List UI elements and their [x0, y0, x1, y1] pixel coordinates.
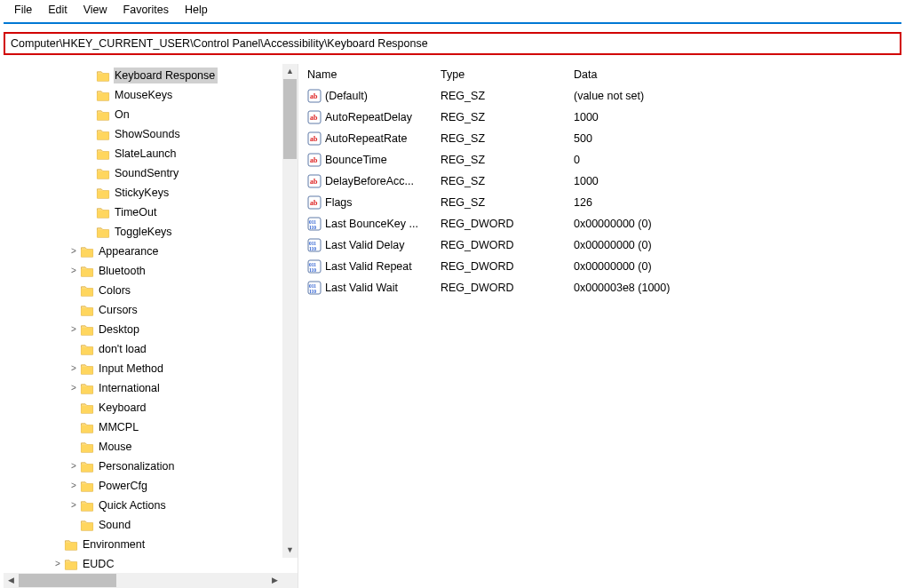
- list-header[interactable]: Name Type Data: [298, 64, 901, 85]
- expand-chevron-icon[interactable]: >: [67, 384, 80, 393]
- tree-item[interactable]: ToggleKeys: [4, 222, 298, 242]
- tree-item-label: TimeOut: [114, 204, 159, 220]
- scroll-thumb-h[interactable]: [19, 574, 116, 587]
- tree-item[interactable]: MMCPL: [4, 417, 298, 437]
- column-data-header[interactable]: Data: [574, 68, 901, 81]
- list-item[interactable]: FlagsREG_SZ126: [298, 192, 901, 213]
- tree-item[interactable]: >Desktop: [4, 320, 298, 339]
- tree-item-label: Cursors: [98, 302, 140, 318]
- tree-item-label: Appearance: [98, 243, 161, 259]
- value-type: REG_DWORD: [441, 260, 574, 273]
- tree-item[interactable]: >EUDC: [4, 554, 298, 573]
- scroll-corner: [282, 573, 298, 588]
- value-name: Flags: [325, 196, 353, 209]
- scroll-right-arrow-icon[interactable]: ▶: [267, 573, 282, 588]
- tree-item[interactable]: >Bluetooth: [4, 261, 298, 281]
- scroll-up-arrow-icon[interactable]: ▲: [282, 64, 298, 79]
- folder-icon: [96, 69, 110, 83]
- menubar: File Edit View Favorites Help: [4, 0, 901, 24]
- expand-chevron-icon[interactable]: >: [67, 481, 80, 490]
- horizontal-scrollbar[interactable]: ◀ ▶: [4, 573, 282, 588]
- value-type: REG_DWORD: [441, 282, 574, 294]
- tree-item[interactable]: SlateLaunch: [4, 144, 298, 163]
- scroll-left-arrow-icon[interactable]: ◀: [4, 573, 19, 588]
- binary-value-icon: [307, 259, 322, 274]
- tree-item[interactable]: TimeOut: [4, 203, 298, 222]
- tree-item[interactable]: >International: [4, 378, 298, 398]
- list-item[interactable]: (Default)REG_SZ(value not set): [298, 85, 901, 107]
- list-item[interactable]: Last Valid WaitREG_DWORD0x000003e8 (1000…: [298, 277, 901, 298]
- tree-item[interactable]: >PowerCfg: [4, 476, 298, 496]
- tree-item[interactable]: Mouse: [4, 437, 298, 457]
- list-item[interactable]: Last Valid DelayREG_DWORD0x00000000 (0): [298, 234, 901, 256]
- expand-chevron-icon[interactable]: >: [67, 364, 80, 373]
- list-item[interactable]: Last Valid RepeatREG_DWORD0x00000000 (0): [298, 256, 901, 277]
- value-name: Last Valid Delay: [325, 239, 404, 251]
- menu-file[interactable]: File: [7, 2, 39, 18]
- list-item[interactable]: DelayBeforeAcc...REG_SZ1000: [298, 171, 901, 192]
- menu-favorites[interactable]: Favorites: [116, 2, 176, 18]
- tree-item[interactable]: Sound: [4, 515, 298, 535]
- menu-edit[interactable]: Edit: [41, 2, 75, 18]
- expand-chevron-icon[interactable]: >: [67, 462, 80, 471]
- folder-icon: [80, 382, 94, 395]
- tree-item-label: Keyboard Response: [114, 68, 218, 83]
- tree-item-label: MMCPL: [98, 419, 141, 435]
- value-type: REG_DWORD: [441, 218, 574, 230]
- tree-item[interactable]: Keyboard: [4, 398, 298, 417]
- tree-item-label: On: [114, 107, 132, 123]
- tree-item[interactable]: >Quick Actions: [4, 496, 298, 515]
- scroll-thumb[interactable]: [283, 79, 297, 159]
- scroll-down-arrow-icon[interactable]: ▼: [282, 543, 298, 558]
- tree-item[interactable]: don't load: [4, 339, 298, 359]
- tree-item[interactable]: >Personalization: [4, 457, 298, 476]
- expand-chevron-icon[interactable]: >: [52, 560, 64, 568]
- value-list[interactable]: (Default)REG_SZ(value not set)AutoRepeat…: [298, 85, 901, 298]
- value-name: BounceTime: [325, 154, 387, 166]
- expand-chevron-icon[interactable]: >: [67, 266, 80, 275]
- tree-item[interactable]: SoundSentry: [4, 163, 298, 183]
- key-tree[interactable]: Keyboard ResponseMouseKeysOnShowSoundsSl…: [4, 64, 298, 573]
- binary-value-icon: [307, 281, 322, 295]
- list-item[interactable]: AutoRepeatDelayREG_SZ1000: [298, 107, 901, 128]
- folder-icon: [64, 538, 78, 552]
- column-name-header[interactable]: Name: [307, 68, 441, 81]
- list-item[interactable]: AutoRepeatRateREG_SZ500: [298, 128, 901, 149]
- value-name: Last BounceKey ...: [325, 218, 418, 230]
- tree-item[interactable]: Environment: [4, 535, 298, 554]
- tree-item[interactable]: >Input Method: [4, 359, 298, 378]
- tree-item[interactable]: StickyKeys: [4, 183, 298, 203]
- expand-chevron-icon[interactable]: >: [67, 247, 80, 256]
- menu-help[interactable]: Help: [178, 2, 215, 18]
- folder-icon: [80, 401, 94, 415]
- expand-chevron-icon[interactable]: >: [67, 501, 80, 510]
- tree-item-label: ToggleKeys: [114, 224, 175, 240]
- tree-item[interactable]: Colors: [4, 281, 298, 300]
- folder-icon: [80, 245, 94, 258]
- value-type: REG_SZ: [441, 196, 574, 209]
- folder-icon: [96, 226, 110, 239]
- vertical-scrollbar[interactable]: ▲ ▼: [282, 64, 298, 558]
- menu-view[interactable]: View: [76, 2, 115, 18]
- address-bar[interactable]: Computer\HKEY_CURRENT_USER\Control Panel…: [4, 32, 901, 55]
- tree-item-label: don't load: [98, 341, 149, 357]
- tree-item-label: SoundSentry: [114, 165, 181, 181]
- tree-item[interactable]: >Appearance: [4, 242, 298, 261]
- list-item[interactable]: BounceTimeREG_SZ0: [298, 149, 901, 171]
- value-name: AutoRepeatDelay: [325, 111, 412, 123]
- column-type-header[interactable]: Type: [441, 68, 574, 81]
- value-type: REG_SZ: [441, 111, 574, 123]
- folder-icon: [96, 128, 110, 141]
- expand-chevron-icon[interactable]: >: [67, 325, 80, 334]
- tree-item-label: Colors: [98, 282, 133, 298]
- tree-item-label: ShowSounds: [114, 126, 183, 142]
- tree-item[interactable]: Cursors: [4, 300, 298, 320]
- tree-item[interactable]: ShowSounds: [4, 124, 298, 144]
- folder-icon: [80, 480, 94, 493]
- list-item[interactable]: Last BounceKey ...REG_DWORD0x00000000 (0…: [298, 213, 901, 234]
- tree-item[interactable]: MouseKeys: [4, 85, 298, 105]
- string-value-icon: [307, 131, 322, 146]
- binary-value-icon: [307, 238, 322, 252]
- tree-item[interactable]: On: [4, 105, 298, 124]
- tree-item[interactable]: Keyboard Response: [4, 66, 298, 85]
